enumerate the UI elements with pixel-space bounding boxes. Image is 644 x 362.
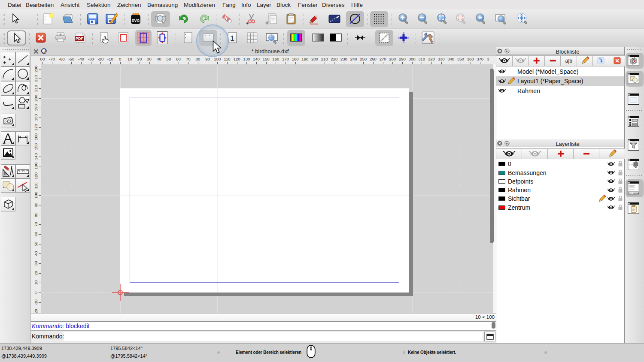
svg-text:a|b: a|b (565, 58, 572, 64)
svg-text:1: 1 (230, 34, 234, 42)
svg-text:SVG: SVG (131, 18, 140, 23)
svg-text:PDF: PDF (76, 36, 84, 41)
svg-text:c> command: c> command (629, 192, 639, 194)
